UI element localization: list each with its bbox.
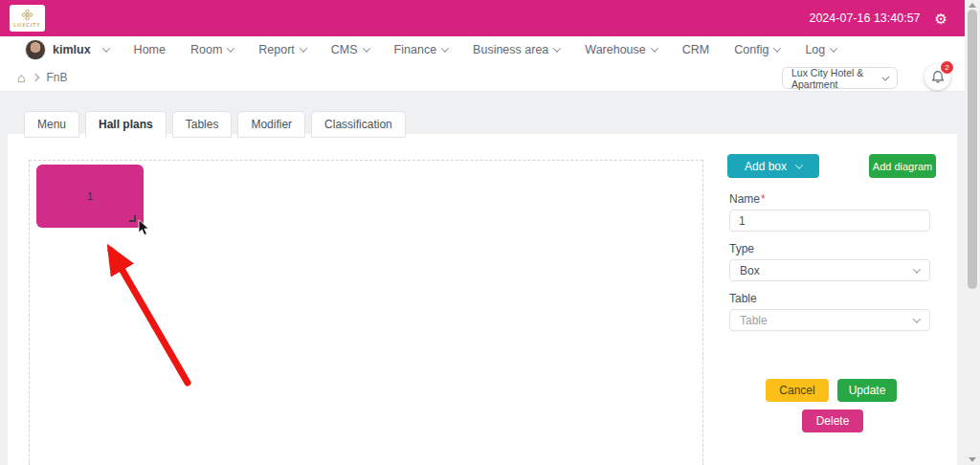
table-label: Table (729, 292, 757, 305)
gear-icon[interactable]: ⚙ (935, 11, 947, 26)
flower-ornament-icon (21, 9, 33, 21)
nav-item-finance[interactable]: Finance (394, 43, 448, 56)
tab-classification[interactable]: Classification (311, 111, 406, 138)
notifications-button[interactable]: 2 (924, 64, 950, 90)
logo[interactable]: LUXCITY (10, 5, 45, 32)
scroll-down-arrow-icon[interactable] (969, 457, 976, 462)
nav-item-report[interactable]: Report (258, 43, 306, 56)
main-navbar: kimlux Home Room Report CMS Finance Busi… (0, 36, 965, 63)
nav-item-log[interactable]: Log (805, 43, 836, 56)
chevron-down-icon (227, 44, 234, 52)
required-mark: * (761, 192, 766, 206)
chevron-right-icon (32, 74, 39, 81)
scrollbar-thumb[interactable] (968, 10, 977, 289)
type-select[interactable]: Box (729, 259, 930, 281)
user-menu[interactable]: kimlux (25, 39, 109, 60)
tab-hall-plans[interactable]: Hall plans (85, 111, 167, 138)
screen: LUXCITY 2024-07-16 13:40:57 ⚙ kimlux Hom… (0, 0, 980, 465)
chevron-down-icon (651, 44, 658, 52)
username: kimlux (53, 43, 91, 56)
delete-button[interactable]: Delete (802, 410, 863, 432)
nav-item-config[interactable]: Config (734, 43, 780, 56)
chevron-down-icon (300, 44, 307, 52)
nav-item-crm[interactable]: CRM (682, 43, 709, 56)
breadcrumb: ⌂ FnB (17, 63, 67, 92)
chevron-down-icon (441, 44, 449, 52)
chevron-down-icon (913, 265, 921, 273)
update-button[interactable]: Update (837, 379, 897, 402)
tab-tables[interactable]: Tables (172, 111, 233, 138)
nav-item-room[interactable]: Room (190, 43, 234, 56)
hall-plan-canvas[interactable]: 1 (29, 160, 703, 465)
chevron-down-icon (830, 44, 837, 52)
chevron-down-icon (913, 315, 921, 322)
add-diagram-button[interactable]: Add diagram (869, 154, 936, 178)
chevron-down-icon (773, 44, 781, 52)
chevron-down-icon (882, 73, 889, 79)
logo-text: LUXCITY (13, 22, 40, 28)
type-label: Type (729, 242, 754, 255)
breadcrumb-bar: ⌂ FnB Lux City Hotel & Apartment 2 (0, 63, 965, 92)
clock-datetime: 2024-07-16 13:40:57 (809, 11, 920, 25)
add-box-button[interactable]: Add box (727, 154, 819, 178)
mouse-cursor-icon (138, 219, 151, 236)
nav-item-warehouse[interactable]: Warehouse (585, 43, 657, 56)
notification-badge: 2 (941, 61, 953, 74)
chevron-down-icon (101, 44, 109, 52)
breadcrumb-current: FnB (46, 71, 67, 84)
scroll-up-arrow-icon[interactable] (969, 3, 976, 8)
nav-item-home[interactable]: Home (134, 43, 166, 56)
home-icon[interactable]: ⌂ (17, 71, 25, 84)
chevron-down-icon (795, 161, 803, 168)
tab-modifier[interactable]: Modifier (237, 111, 305, 138)
vertical-scrollbar[interactable] (965, 0, 980, 465)
chevron-down-icon (553, 44, 561, 52)
chevron-down-icon (362, 44, 369, 52)
table-select[interactable]: Table (729, 309, 930, 331)
tab-bar: Menu Hall plans Tables Modifier Classifi… (24, 111, 406, 138)
name-input[interactable] (729, 210, 930, 232)
hall-box-label: 1 (87, 190, 93, 202)
nav-item-cms[interactable]: CMS (331, 43, 369, 56)
tab-menu[interactable]: Menu (24, 111, 79, 138)
property-selector[interactable]: Lux City Hotel & Apartment (782, 67, 898, 89)
resize-handle[interactable] (129, 215, 136, 222)
avatar (25, 39, 46, 60)
page-body: Menu Hall plans Tables Modifier Classifi… (0, 92, 965, 465)
cancel-button[interactable]: Cancel (766, 379, 829, 402)
nav-item-business-area[interactable]: Business area (473, 43, 560, 56)
hall-box[interactable]: 1 (36, 165, 144, 228)
name-label: Name* (729, 192, 766, 206)
topbar: LUXCITY 2024-07-16 13:40:57 ⚙ (0, 0, 965, 36)
